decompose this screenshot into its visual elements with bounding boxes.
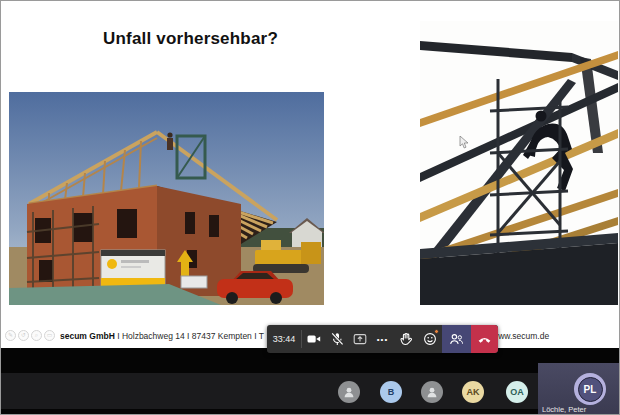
participant-avatar[interactable]: [338, 381, 360, 403]
meeting-timer: 33:44: [267, 325, 301, 353]
meeting-window: Unfall vorhersehbar?: [0, 0, 620, 415]
camera-button[interactable]: [302, 325, 325, 353]
hang-up-icon: [477, 332, 492, 346]
slide-footer-website: www.secum.de: [492, 331, 549, 341]
meeting-controls-toolbar: 33:44 •••: [267, 325, 498, 353]
undo-icon[interactable]: ↺: [18, 330, 29, 341]
participants-icon: [449, 332, 464, 346]
more-options-button[interactable]: •••: [371, 325, 394, 353]
speaker-name: Löchle, Peter: [542, 405, 586, 414]
shape-icon[interactable]: ▭: [44, 330, 55, 341]
participant-avatar[interactable]: B: [380, 381, 402, 403]
participants-button[interactable]: [442, 325, 471, 353]
magnifier-icon[interactable]: ⌕: [31, 330, 42, 341]
participant-avatar[interactable]: AK: [462, 381, 484, 403]
company-address: I Holzbachweg 14 I 87437 Kempten I T: [115, 331, 264, 341]
construction-house-photo: [9, 92, 324, 305]
annotation-tools: ✎ ↺ ⌕ ▭: [5, 330, 55, 341]
slide-footer-address: secum GmbH I Holzbachweg 14 I 87437 Kemp…: [60, 331, 264, 341]
steel-structure-photo: [420, 21, 618, 305]
reactions-smiley-icon: [423, 332, 437, 346]
speaker-avatar: PL: [578, 377, 603, 402]
raise-hand-icon: [399, 332, 413, 346]
person-silhouette-icon: [426, 386, 438, 398]
share-screen-button[interactable]: [348, 325, 371, 353]
camera-icon: [307, 332, 321, 346]
mic-muted-button[interactable]: [325, 325, 348, 353]
hang-up-button[interactable]: [471, 325, 498, 353]
active-speaker-tile[interactable]: PL Löchle, Peter: [538, 363, 620, 415]
mouse-cursor-icon: [459, 135, 469, 153]
mic-muted-icon: [330, 332, 344, 346]
participant-avatar[interactable]: OA: [506, 381, 528, 403]
company-name: secum GmbH: [60, 331, 115, 341]
participant-avatar[interactable]: [421, 381, 443, 403]
pen-icon[interactable]: ✎: [5, 330, 16, 341]
raise-hand-button[interactable]: [394, 325, 417, 353]
participants-bar: [1, 348, 620, 415]
notification-dot: [434, 329, 439, 334]
slide-title: Unfall vorhersehbar?: [103, 29, 278, 49]
speaking-indicator-ring: PL: [574, 373, 606, 405]
person-silhouette-icon: [343, 386, 355, 398]
share-screen-icon: [353, 332, 367, 346]
reactions-button[interactable]: [417, 325, 442, 353]
presentation-slide: Unfall vorhersehbar?: [1, 1, 619, 348]
